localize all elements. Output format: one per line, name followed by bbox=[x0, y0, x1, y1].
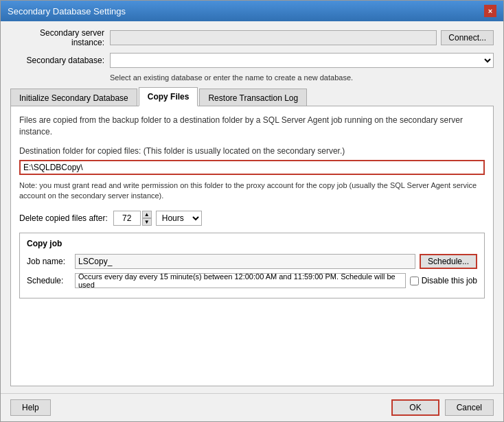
destination-folder-row bbox=[19, 160, 485, 175]
title-bar: Secondary Database Settings × bbox=[1, 1, 503, 21]
job-name-row: Job name: Schedule... bbox=[27, 254, 477, 269]
spinner-buttons: ▲ ▼ bbox=[142, 211, 152, 226]
job-name-input[interactable] bbox=[75, 254, 415, 269]
close-button[interactable]: × bbox=[484, 5, 496, 17]
schedule-label: Schedule: bbox=[27, 276, 75, 285]
destination-folder-input[interactable] bbox=[19, 160, 485, 175]
delete-value-wrap: ▲ ▼ bbox=[113, 211, 152, 226]
ok-button[interactable]: OK bbox=[391, 399, 439, 416]
secondary-database-label: Secondary database: bbox=[10, 56, 110, 65]
folder-note: Note: you must grant read and write perm… bbox=[19, 180, 485, 202]
spinner-up-button[interactable]: ▲ bbox=[142, 211, 152, 218]
disable-job-checkbox[interactable] bbox=[410, 277, 419, 285]
copy-description: Files are copied from the backup folder … bbox=[19, 115, 485, 138]
delete-files-row: Delete copied files after: ▲ ▼ Hours Day… bbox=[19, 211, 485, 226]
spinner-down-button[interactable]: ▼ bbox=[142, 218, 152, 226]
job-name-label: Job name: bbox=[27, 257, 75, 266]
delete-hours-input[interactable] bbox=[113, 211, 141, 226]
tab-initialize[interactable]: Initialize Secondary Database bbox=[10, 89, 137, 106]
secondary-database-settings-dialog: Secondary Database Settings × Secondary … bbox=[0, 0, 504, 422]
disable-job-label: Disable this job bbox=[422, 276, 477, 285]
tab-content-copy-files: Files are copied from the backup folder … bbox=[10, 106, 494, 386]
disable-job-wrap: Disable this job bbox=[410, 276, 477, 285]
dialog-title: Secondary Database Settings bbox=[8, 6, 126, 16]
delete-label: Delete copied files after: bbox=[19, 213, 108, 223]
secondary-server-input[interactable] bbox=[110, 30, 437, 45]
copy-job-group: Copy job Job name: Schedule... Schedule:… bbox=[19, 233, 485, 298]
help-button[interactable]: Help bbox=[10, 399, 51, 416]
tab-restore-transaction-log[interactable]: Restore Transaction Log bbox=[199, 89, 307, 106]
secondary-database-select[interactable] bbox=[110, 53, 494, 68]
schedule-text: Occurs every day every 15 minute(s) betw… bbox=[75, 273, 406, 288]
database-hint: Select an existing database or enter the… bbox=[110, 73, 494, 82]
tab-copy-files[interactable]: Copy Files bbox=[139, 87, 198, 106]
destination-label: Destination folder for copied files: (Th… bbox=[19, 146, 485, 156]
dialog-body: Secondary server instance: Connect... Se… bbox=[1, 21, 503, 393]
copy-job-title: Copy job bbox=[27, 239, 477, 248]
schedule-button[interactable]: Schedule... bbox=[420, 254, 477, 269]
secondary-database-row: Secondary database: bbox=[10, 53, 494, 68]
dialog-footer: Help OK Cancel bbox=[1, 393, 503, 421]
delete-unit-select[interactable]: Hours Days Weeks bbox=[156, 211, 202, 226]
secondary-server-label: Secondary server instance: bbox=[10, 28, 110, 47]
schedule-row: Schedule: Occurs every day every 15 minu… bbox=[27, 273, 477, 288]
connect-button[interactable]: Connect... bbox=[441, 30, 494, 45]
cancel-button[interactable]: Cancel bbox=[445, 399, 494, 416]
tab-bar: Initialize Secondary Database Copy Files… bbox=[10, 87, 494, 106]
secondary-server-row: Secondary server instance: Connect... bbox=[10, 28, 494, 47]
footer-right-buttons: OK Cancel bbox=[391, 399, 494, 416]
